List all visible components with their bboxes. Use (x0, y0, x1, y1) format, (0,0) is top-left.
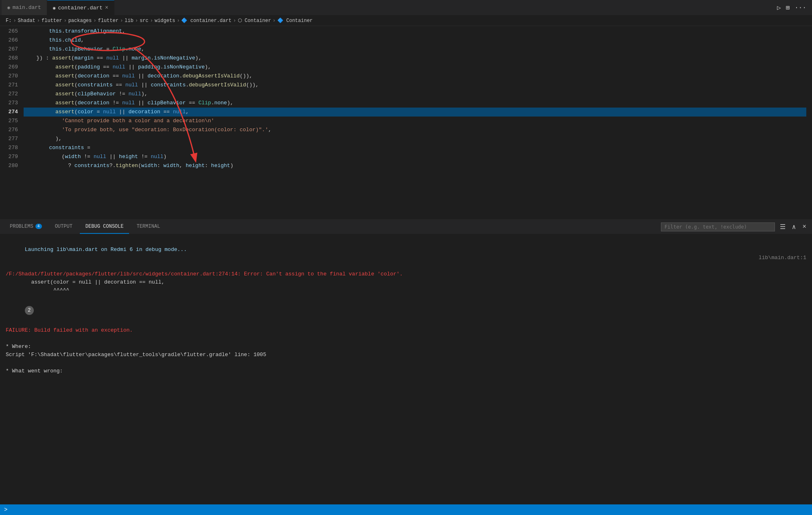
problems-badge: 4 (35, 224, 42, 229)
console-where-label: * Where: (6, 343, 806, 351)
bottom-bar: > (0, 504, 812, 515)
terminal-prompt[interactable]: > (4, 506, 7, 513)
code-line-273: assert(decoration != null || clipBehavio… (24, 99, 806, 108)
code-line-277: ), (24, 134, 806, 143)
editor-scrollbar[interactable] (806, 26, 812, 219)
close-panel-button[interactable]: × (801, 222, 808, 231)
run-button[interactable]: ▷ (777, 4, 781, 12)
tab-bar-actions: ▷ ⊞ ··· (777, 4, 810, 12)
code-line-278: constraints = (24, 143, 806, 152)
filter-input[interactable] (661, 222, 775, 231)
console-what-went-wrong-label: * What went wrong: (6, 367, 806, 375)
debug-console-label: DEBUG CONSOLE (86, 224, 124, 229)
code-line-271: assert(constraints == null || constraint… (24, 81, 806, 90)
breadcrumb: F: › Shadat › flutter › packages › flutt… (0, 15, 812, 26)
collapse-panel-button[interactable]: ∧ (790, 222, 798, 232)
code-line-270: assert(decoration == null || decoration.… (24, 72, 806, 81)
code-line-272: assert(clipBehavior != null), (24, 90, 806, 99)
code-line-266: this.child, (24, 36, 806, 45)
more-actions-button[interactable]: ··· (794, 4, 806, 11)
dart-file-icon: ◉ (7, 5, 10, 10)
console-caret-line: ^^^^^ (6, 286, 806, 295)
panel: PROBLEMS 4 OUTPUT DEBUG CONSOLE TERMINAL… (0, 219, 812, 504)
code-line-275: 'Cannot provide both a color and a decor… (24, 117, 806, 125)
console-blank-2 (6, 359, 806, 367)
code-line-267: this.clipBehavior = Clip.none, (24, 45, 806, 54)
tab-bar-left: ◉ main.dart ◉ container.dart × (2, 0, 114, 15)
problems-label: PROBLEMS (10, 224, 33, 229)
tab-terminal[interactable]: TERMINAL (131, 220, 166, 234)
editor-wrapper: 265 266 267 268 269 270 271 272 273 274 … (0, 26, 812, 219)
console-script-line: Script 'F:\Shadat\flutter\packages\flutt… (6, 351, 806, 359)
tab-problems[interactable]: PROBLEMS 4 (4, 220, 48, 234)
prompt-symbol: > (4, 506, 7, 513)
panel-tabs: PROBLEMS 4 OUTPUT DEBUG CONSOLE TERMINAL… (0, 220, 812, 234)
panel-tabs-right: ☰ ∧ × (661, 222, 808, 232)
editor-area: 265 266 267 268 269 270 271 272 273 274 … (0, 26, 812, 219)
console-badge-line: 2 (6, 298, 806, 323)
dart-file-icon-active: ◉ (53, 5, 56, 11)
tab-main-dart[interactable]: ◉ main.dart (2, 0, 47, 15)
panel-tabs-left: PROBLEMS 4 OUTPUT DEBUG CONSOLE TERMINAL (4, 220, 166, 234)
output-label: OUTPUT (55, 224, 72, 229)
line-numbers: 265 266 267 268 269 270 271 272 273 274 … (0, 26, 24, 219)
tab-main-dart-label: main.dart (13, 4, 41, 11)
split-editor-button[interactable]: ⊞ (786, 4, 790, 12)
panel-content: Launching lib\main.dart on Redmi 6 in de… (0, 234, 812, 504)
code-line-265: this.transformAlignment, (24, 27, 806, 36)
terminal-label: TERMINAL (136, 224, 160, 229)
tab-debug-console[interactable]: DEBUG CONSOLE (80, 220, 129, 234)
code-line-279: (width != null || height != null) (24, 152, 806, 161)
console-launch-line: Launching lib\main.dart on Redmi 6 in de… (6, 238, 806, 270)
code-content: this.transformAlignment, this.child, thi… (24, 26, 806, 219)
console-blank-1 (6, 335, 806, 343)
code-line-280: ? constraints?.tighten(width: width, hei… (24, 161, 806, 170)
circle-number-badge: 2 (25, 306, 34, 315)
code-line-268: }) : assert(margin == null || margin.isN… (24, 54, 806, 63)
tab-bar: ◉ main.dart ◉ container.dart × ▷ ⊞ ··· (0, 0, 812, 15)
code-line-274: assert(color = null || decoration == nul… (24, 108, 806, 117)
tab-container-dart[interactable]: ◉ container.dart × (47, 0, 114, 15)
console-error-line: /F:/Shadat/flutter/packages/flutter/lib/… (6, 270, 806, 278)
code-line-276: 'To provide both, use "decoration: BoxDe… (24, 125, 806, 134)
console-failure-line: FAILURE: Build failed with an exception. (6, 326, 806, 335)
filter-icon[interactable]: ☰ (778, 222, 787, 232)
tab-output[interactable]: OUTPUT (49, 220, 78, 234)
code-line-269: assert(padding == null || padding.isNonN… (24, 63, 806, 72)
close-tab-button[interactable]: × (105, 5, 108, 11)
tab-container-dart-label: container.dart (58, 5, 102, 11)
console-assert-line: assert(color = null || decoration == nul… (6, 278, 806, 286)
